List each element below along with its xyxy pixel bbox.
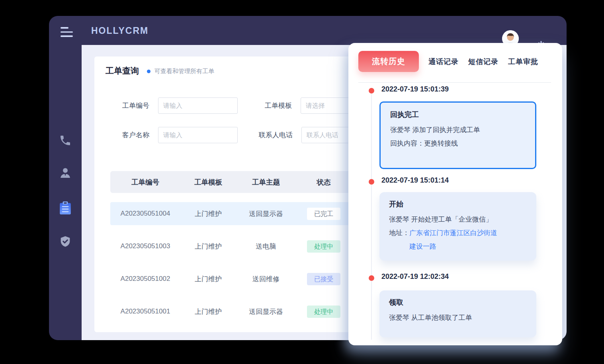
cell-workorder-id: A202305051004 — [121, 210, 170, 218]
timeline-card-text: 张爱琴 开始处理工单「企业微信」 — [389, 213, 527, 226]
address-label: 地址： — [389, 229, 409, 237]
subtitle-dot-icon — [147, 70, 151, 73]
page-title: 工单查询 — [106, 65, 139, 76]
cell-template: 上门维护 — [195, 274, 222, 284]
timeline-dot — [369, 275, 374, 281]
status-badge: 处理中 — [307, 306, 340, 318]
tab-workorder-approval[interactable]: 工单审批 — [508, 57, 538, 66]
timeline-card-text: 张爱琴 添加了回执并完成工单 — [390, 123, 526, 137]
app-logo: HOLLYCRM — [91, 25, 149, 36]
filter-workorder-id: 工单编号 — [113, 97, 238, 114]
cell-template: 上门维护 — [195, 242, 222, 251]
cell-subject: 送回显示器 — [249, 209, 283, 218]
timeline-card-text: 张爱琴 从工单池领取了工单 — [389, 311, 527, 325]
cell-workorder-id: A202305051002 — [121, 275, 170, 283]
timeline-timestamp: 2022-07-19 15:01:39 — [381, 85, 449, 93]
cell-template: 上门维护 — [195, 307, 222, 316]
timeline-dot — [369, 179, 374, 185]
timeline-timestamp: 2022-07-19 15:01:14 — [381, 176, 449, 185]
timeline-card-receipt-complete[interactable]: 回执完工 张爱琴 添加了回执并完成工单 回执内容：更换转接线 — [379, 101, 536, 169]
cell-subject: 送回维修 — [252, 274, 280, 284]
cell-template: 上门维护 — [195, 209, 222, 218]
clipboard-icon — [59, 201, 72, 215]
menu-icon[interactable] — [61, 27, 74, 37]
timeline-dot — [369, 88, 374, 93]
timeline-card-title: 开始 — [389, 199, 527, 209]
phone-icon — [59, 134, 72, 147]
timeline-card-claim[interactable]: 领取 张爱琴 从工单池领取了工单 — [379, 290, 536, 337]
screen: HOLLYCRM — [0, 0, 604, 364]
filter-label: 工单编号 — [113, 101, 149, 110]
status-badge: 已接受 — [307, 273, 340, 285]
column-header: 工单模板 — [194, 177, 222, 187]
page-subtitle: 可查看和管理所有工单 — [154, 68, 214, 75]
timeline-timestamp: 2022-07-19 12:02:34 — [381, 273, 449, 281]
timeline-card-start[interactable]: 开始 张爱琴 开始处理工单「企业微信」 地址：广东省江门市蓬江区白沙街道建设一路 — [379, 192, 536, 261]
timeline-card-text: 回执内容：更换转接线 — [390, 137, 526, 150]
status-badge: 已完工 — [307, 208, 340, 220]
detail-tabs: 流转历史 通话记录 短信记录 工单审批 — [358, 51, 538, 72]
workorder-id-input[interactable] — [158, 97, 238, 114]
tab-call-records[interactable]: 通话记录 — [428, 57, 459, 66]
page-header: 工单查询 可查看和管理所有工单 — [106, 65, 214, 76]
column-header: 工单编号 — [131, 177, 159, 187]
timeline-line — [371, 91, 372, 340]
filter-label: 联系人电话 — [249, 130, 293, 140]
tabs-divider — [358, 82, 551, 83]
timeline-card-title: 领取 — [389, 298, 527, 307]
filter-customer-name: 客户名称 — [113, 127, 238, 143]
tab-transfer-history[interactable]: 流转历史 — [358, 51, 419, 72]
customer-name-input[interactable] — [158, 127, 238, 143]
timeline-card-title: 回执完工 — [390, 110, 526, 119]
filter-label: 客户名称 — [113, 130, 149, 140]
column-header: 工单主题 — [252, 177, 280, 187]
sidebar-item-calls[interactable] — [56, 131, 75, 150]
cell-workorder-id: A202305051001 — [121, 308, 170, 315]
cell-workorder-id: A202305051003 — [121, 242, 170, 250]
timeline-card-address: 地址：广东省江门市蓬江区白沙街道建设一路 — [389, 226, 527, 253]
address-link[interactable]: 广东省江门市蓬江区白沙街道建设一路 — [409, 226, 500, 253]
sidebar — [49, 45, 82, 340]
workorder-detail-panel: 流转历史 通话记录 短信记录 工单审批 2022-07-19 15:01:39 … — [348, 43, 562, 345]
cell-subject: 送回显示器 — [249, 307, 283, 316]
tab-sms-records[interactable]: 短信记录 — [468, 57, 498, 66]
status-badge: 处理中 — [307, 240, 340, 253]
sidebar-item-workorders-active[interactable] — [56, 199, 75, 218]
topbar: HOLLYCRM — [49, 16, 567, 45]
person-icon — [59, 166, 72, 180]
shield-check-icon — [59, 235, 72, 248]
cell-subject: 送电脑 — [256, 242, 276, 251]
sidebar-item-security[interactable] — [56, 232, 75, 251]
sidebar-item-customers[interactable] — [56, 164, 75, 183]
column-header: 状态 — [317, 177, 331, 187]
filter-label: 工单模板 — [257, 101, 292, 110]
